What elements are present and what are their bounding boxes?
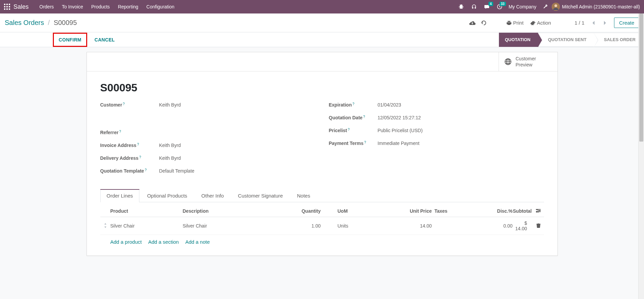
menu-products[interactable]: Products xyxy=(87,0,114,13)
tools-icon[interactable] xyxy=(540,2,550,12)
help-icon[interactable]: ? xyxy=(139,155,141,159)
pager-next-icon[interactable] xyxy=(599,18,611,28)
send-by-email-button[interactable]: SEND BY EMAIL xyxy=(3,34,49,45)
user-name[interactable]: Mitchell Admin (21580901-master-all) xyxy=(562,4,640,9)
customer-preview-button[interactable]: Customer Preview xyxy=(499,52,557,71)
header-description[interactable]: Description xyxy=(183,208,274,214)
header-quantity[interactable]: Quantity xyxy=(274,208,321,214)
help-icon[interactable]: ? xyxy=(363,115,365,119)
pricelist-value[interactable]: Public Pricelist (USD) xyxy=(378,128,544,133)
header-uom[interactable]: UoM xyxy=(321,208,381,214)
top-navbar: Sales Orders To Invoice Products Reporti… xyxy=(0,0,644,13)
support-icon[interactable] xyxy=(469,2,479,12)
customer-value[interactable]: Keith Byrd xyxy=(159,102,315,108)
header-unit-price[interactable]: Unit Price xyxy=(381,208,432,214)
status-quotation[interactable]: QUOTATION xyxy=(499,33,538,47)
menu-orders[interactable]: Orders xyxy=(35,0,58,13)
tab-customer-signature[interactable]: Customer Signature xyxy=(232,189,289,202)
user-avatar[interactable] xyxy=(552,3,560,11)
customer-label: Customer xyxy=(100,102,122,108)
record-title: S00095 xyxy=(100,82,544,94)
action-label: Action xyxy=(537,20,551,26)
columns-settings-icon[interactable] xyxy=(532,208,541,214)
apps-icon[interactable] xyxy=(4,4,10,10)
cancel-button[interactable]: CANCEL xyxy=(91,34,119,45)
delivery-address-label: Delivery Address xyxy=(100,155,139,161)
cell-uom[interactable]: Units xyxy=(321,223,381,229)
svg-rect-0 xyxy=(4,4,5,5)
cell-quantity[interactable]: 1.00 xyxy=(274,223,321,229)
invoice-address-value[interactable]: Keith Byrd xyxy=(159,143,315,148)
help-icon[interactable]: ? xyxy=(145,168,147,172)
svg-point-11 xyxy=(554,4,557,7)
table-row[interactable]: Silver Chair Silver Chair 1.00 Units 14.… xyxy=(100,217,544,235)
status-quotation-sent-label: QUOTATION SENT xyxy=(548,37,586,42)
help-icon[interactable]: ? xyxy=(348,128,350,131)
breadcrumb-parent[interactable]: Sales Orders xyxy=(5,19,44,26)
header-disc[interactable]: Disc.% xyxy=(459,208,513,214)
quotation-date-value[interactable]: 12/05/2022 15:27:12 xyxy=(378,115,544,120)
tab-other-info[interactable]: Other Info xyxy=(195,189,230,202)
svg-rect-4 xyxy=(6,6,8,7)
pager: 1 / 1 xyxy=(571,20,588,26)
action-button[interactable]: Action xyxy=(527,18,554,28)
company-selector[interactable]: My Company xyxy=(506,4,539,9)
add-product-link[interactable]: Add a product xyxy=(110,239,142,245)
activities-icon[interactable]: 33 xyxy=(495,2,505,12)
help-icon[interactable]: ? xyxy=(352,102,354,106)
help-icon[interactable]: ? xyxy=(119,130,121,133)
app-name[interactable]: Sales xyxy=(13,3,29,10)
menu-reporting[interactable]: Reporting xyxy=(114,0,142,13)
drag-handle-icon[interactable] xyxy=(104,223,110,229)
header-product[interactable]: Product xyxy=(110,208,183,214)
confirm-button[interactable]: CONFIRM xyxy=(55,34,85,45)
add-note-link[interactable]: Add a note xyxy=(185,239,210,245)
tab-optional-products[interactable]: Optional Products xyxy=(141,189,194,202)
status-bar: QUOTATION QUOTATION SENT SALES ORDER xyxy=(499,33,641,47)
svg-rect-8 xyxy=(9,8,10,10)
help-icon[interactable]: ? xyxy=(123,102,125,106)
delivery-address-value[interactable]: Keith Byrd xyxy=(159,155,315,161)
tab-notes[interactable]: Notes xyxy=(291,189,316,202)
form-right-col: Expiration? 01/04/2023 Quotation Date? 1… xyxy=(329,102,544,181)
header-subtotal[interactable]: Subtotal xyxy=(513,208,532,214)
delete-row-icon[interactable] xyxy=(527,223,541,229)
quotation-template-value[interactable]: Default Template xyxy=(159,168,315,174)
svg-rect-1 xyxy=(6,4,8,5)
form-left-col: Customer? Keith Byrd Referrer? Invoice A… xyxy=(100,102,315,181)
help-icon[interactable]: ? xyxy=(364,141,366,144)
svg-rect-3 xyxy=(4,6,5,7)
cell-description[interactable]: Silver Chair xyxy=(183,223,274,229)
menu-configuration[interactable]: Configuration xyxy=(142,0,178,13)
scrollbar[interactable] xyxy=(638,13,644,299)
undo-icon[interactable] xyxy=(478,18,489,28)
svg-rect-6 xyxy=(4,8,5,10)
create-button[interactable]: Create xyxy=(614,18,639,28)
scrollbar-thumb[interactable] xyxy=(639,13,643,142)
payment-terms-value[interactable]: Immediate Payment xyxy=(378,141,544,146)
help-icon[interactable]: ? xyxy=(137,143,139,146)
expiration-value[interactable]: 01/04/2023 xyxy=(378,102,544,108)
customer-preview-line2: Preview xyxy=(516,62,536,68)
messages-icon[interactable]: 4 xyxy=(482,2,492,12)
status-quotation-label: QUOTATION xyxy=(505,37,531,42)
quotation-date-label: Quotation Date xyxy=(329,115,363,120)
cell-disc[interactable]: 0.00 xyxy=(459,223,513,229)
bug-icon[interactable] xyxy=(456,2,466,12)
status-sales-order[interactable]: SALES ORDER xyxy=(594,33,641,47)
table-header: Product Description Quantity UoM Unit Pr… xyxy=(100,206,544,217)
status-quotation-sent[interactable]: QUOTATION SENT xyxy=(538,33,594,47)
add-section-link[interactable]: Add a section xyxy=(148,239,179,245)
cloud-icon[interactable] xyxy=(467,18,478,28)
print-button[interactable]: Print xyxy=(503,18,527,28)
globe-icon xyxy=(504,58,512,65)
sheet-header: Customer Preview xyxy=(87,52,557,71)
messages-badge: 4 xyxy=(488,2,493,6)
menu-to-invoice[interactable]: To Invoice xyxy=(58,0,87,13)
header-taxes[interactable]: Taxes xyxy=(432,208,459,214)
pager-prev-icon[interactable] xyxy=(588,18,599,28)
cell-product[interactable]: Silver Chair xyxy=(110,223,183,229)
cell-unit-price[interactable]: 14.00 xyxy=(381,223,432,229)
print-label: Print xyxy=(513,20,523,26)
tab-order-lines[interactable]: Order Lines xyxy=(100,189,139,202)
